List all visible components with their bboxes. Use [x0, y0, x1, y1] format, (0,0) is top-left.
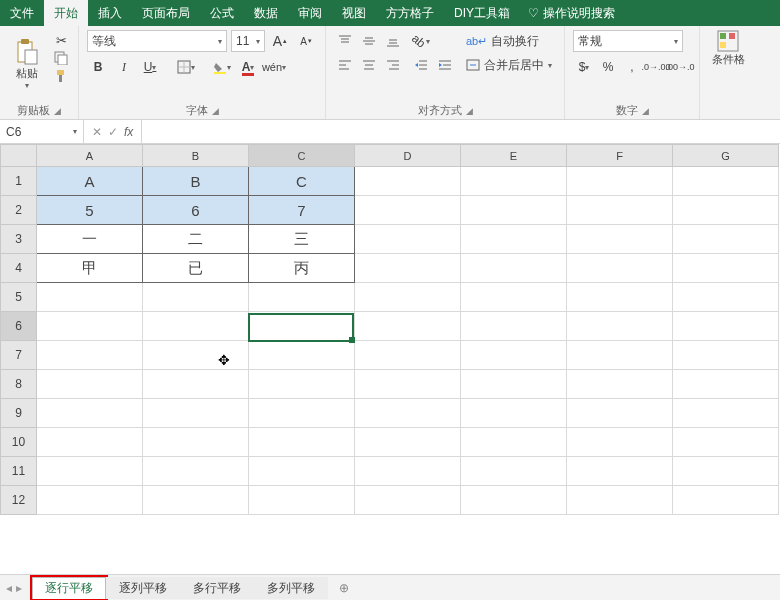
col-header[interactable]: G	[673, 145, 779, 167]
cell[interactable]	[673, 283, 779, 312]
sheet-tab[interactable]: 多行平移	[180, 577, 254, 599]
row-header[interactable]: 7	[1, 341, 37, 370]
cell[interactable]	[355, 312, 461, 341]
cell[interactable]	[249, 341, 355, 370]
tab-formulas[interactable]: 公式	[200, 0, 244, 26]
sheet-tab[interactable]: 多列平移	[254, 577, 328, 599]
cell[interactable]	[355, 196, 461, 225]
cell[interactable]	[37, 399, 143, 428]
cell[interactable]	[249, 486, 355, 515]
font-name-combo[interactable]: 等线▾	[87, 30, 227, 52]
number-format-combo[interactable]: 常规▾	[573, 30, 683, 52]
tell-me-search[interactable]: ♡ 操作说明搜索	[520, 0, 623, 26]
fill-color-button[interactable]: ▾	[211, 56, 233, 78]
merge-center-button[interactable]: 合并后居中▾	[462, 54, 556, 76]
cell[interactable]	[567, 225, 673, 254]
cancel-formula-button[interactable]: ✕	[92, 125, 102, 139]
cell[interactable]	[143, 399, 249, 428]
sheet-tab[interactable]: 逐行平移	[32, 577, 106, 599]
cell[interactable]	[461, 254, 567, 283]
align-bottom-button[interactable]	[382, 30, 404, 52]
align-right-button[interactable]	[382, 54, 404, 76]
col-header[interactable]: E	[461, 145, 567, 167]
cell[interactable]	[249, 457, 355, 486]
cell[interactable]: 二	[143, 225, 249, 254]
cell[interactable]	[673, 457, 779, 486]
cell[interactable]	[461, 341, 567, 370]
cell[interactable]	[355, 399, 461, 428]
wrap-text-button[interactable]: ab↵自动换行	[462, 30, 556, 52]
conditional-formatting-button[interactable]: 条件格	[708, 30, 748, 67]
cell[interactable]: 已	[143, 254, 249, 283]
cell[interactable]	[461, 225, 567, 254]
name-box[interactable]: C6▾	[0, 120, 84, 143]
cell[interactable]	[249, 312, 355, 341]
cell[interactable]	[567, 312, 673, 341]
cell[interactable]	[567, 196, 673, 225]
row-header[interactable]: 12	[1, 486, 37, 515]
cell[interactable]: 5	[37, 196, 143, 225]
cell[interactable]	[355, 428, 461, 457]
paste-button[interactable]: 粘贴 ▾	[8, 30, 46, 98]
cell[interactable]	[673, 341, 779, 370]
cell[interactable]	[37, 457, 143, 486]
increase-indent-button[interactable]	[434, 54, 456, 76]
cell[interactable]	[673, 370, 779, 399]
cell[interactable]: B	[143, 167, 249, 196]
cell[interactable]: 6	[143, 196, 249, 225]
align-top-button[interactable]	[334, 30, 356, 52]
row-header[interactable]: 3	[1, 225, 37, 254]
cell[interactable]	[673, 399, 779, 428]
tab-file[interactable]: 文件	[0, 0, 44, 26]
cell[interactable]: 甲	[37, 254, 143, 283]
row-header[interactable]: 9	[1, 399, 37, 428]
cell[interactable]	[37, 370, 143, 399]
fx-button[interactable]: fx	[124, 125, 133, 139]
cell[interactable]	[673, 486, 779, 515]
cell[interactable]	[37, 312, 143, 341]
cell[interactable]: 7	[249, 196, 355, 225]
cell[interactable]	[673, 167, 779, 196]
borders-button[interactable]: ▾	[175, 56, 197, 78]
cell[interactable]: A	[37, 167, 143, 196]
tab-insert[interactable]: 插入	[88, 0, 132, 26]
spreadsheet-grid[interactable]: A B C D E F G 1ABC 2567 3一二三 4甲已丙 5 6 7 …	[0, 144, 779, 515]
row-header[interactable]: 2	[1, 196, 37, 225]
cell[interactable]	[567, 167, 673, 196]
cell[interactable]	[355, 486, 461, 515]
col-header[interactable]: A	[37, 145, 143, 167]
align-center-button[interactable]	[358, 54, 380, 76]
cell[interactable]	[355, 341, 461, 370]
col-header[interactable]: F	[567, 145, 673, 167]
row-header[interactable]: 10	[1, 428, 37, 457]
sheet-nav-next[interactable]: ▸	[16, 581, 22, 595]
tab-view[interactable]: 视图	[332, 0, 376, 26]
cell[interactable]	[567, 428, 673, 457]
cell[interactable]	[567, 254, 673, 283]
decrease-indent-button[interactable]	[410, 54, 432, 76]
accept-formula-button[interactable]: ✓	[108, 125, 118, 139]
cell[interactable]	[143, 341, 249, 370]
cell[interactable]	[249, 399, 355, 428]
cell[interactable]	[143, 312, 249, 341]
cell[interactable]	[567, 486, 673, 515]
cell[interactable]	[143, 428, 249, 457]
cell[interactable]	[249, 428, 355, 457]
row-header[interactable]: 8	[1, 370, 37, 399]
cell[interactable]	[673, 312, 779, 341]
cell[interactable]: 丙	[249, 254, 355, 283]
dialog-launcher-icon[interactable]: ◢	[642, 106, 649, 116]
align-middle-button[interactable]	[358, 30, 380, 52]
cell[interactable]	[143, 486, 249, 515]
font-color-button[interactable]: A▾	[237, 56, 259, 78]
tab-fanggezi[interactable]: 方方格子	[376, 0, 444, 26]
cell[interactable]	[461, 370, 567, 399]
cell[interactable]	[673, 196, 779, 225]
row-header[interactable]: 5	[1, 283, 37, 312]
sheet-nav-prev[interactable]: ◂	[6, 581, 12, 595]
cell[interactable]	[461, 428, 567, 457]
add-sheet-button[interactable]: ⊕	[334, 581, 354, 595]
cell[interactable]	[249, 370, 355, 399]
copy-button[interactable]	[52, 50, 70, 66]
dialog-launcher-icon[interactable]: ◢	[466, 106, 473, 116]
